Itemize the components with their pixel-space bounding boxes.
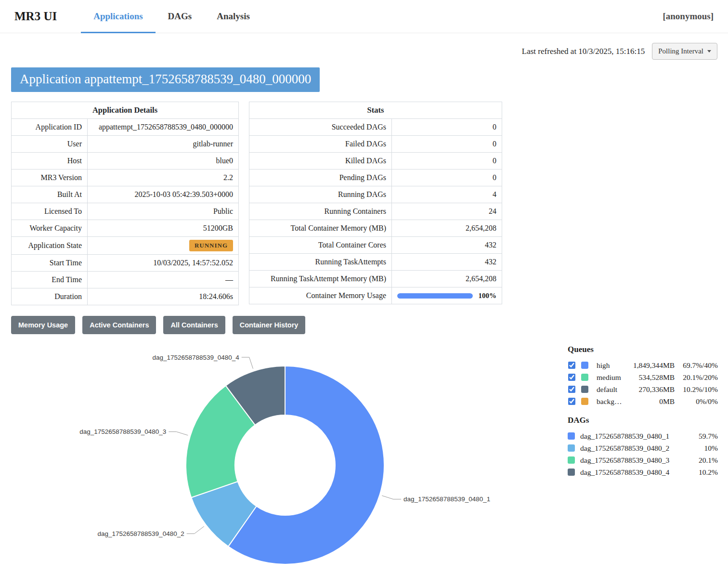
queue-name: high <box>597 361 624 370</box>
nav-tab-applications[interactable]: Applications <box>81 0 155 33</box>
caret-down-icon <box>707 50 711 52</box>
table-row: Application IDappattempt_1752658788539_0… <box>12 119 239 136</box>
table-row: Licensed ToPublic <box>12 203 239 220</box>
dag-color-swatch <box>568 469 575 476</box>
row-label: End Time <box>12 272 88 288</box>
queue-color-swatch <box>581 362 588 369</box>
dag-donut-chart: dag_1752658788539_0480_1dag_175265878853… <box>10 345 539 573</box>
dag-legend-row-dag_1752658788539_0480_4[interactable]: dag_1752658788539_0480_410.2% <box>568 466 718 478</box>
row-label: Running TaskAttempts <box>249 254 392 271</box>
dag-legend-row-dag_1752658788539_0480_3[interactable]: dag_1752658788539_0480_320.1% <box>568 454 718 466</box>
topbar-spacer <box>262 0 663 33</box>
current-user-label: [anonymous] <box>663 0 714 33</box>
table-row: Running TaskAttempts432 <box>249 254 502 271</box>
donut-slice-label: dag_1752658788539_0480_2 <box>97 530 184 537</box>
row-value: 100% <box>392 287 502 304</box>
queue-legend-row-backg: backg…0MB0%/0% <box>568 395 718 407</box>
dags-legend-title: DAGs <box>568 416 718 425</box>
row-value: 18:24.606s <box>88 288 239 305</box>
table-row: Running TaskAttempt Memory (MB)2,654,208 <box>249 271 502 287</box>
row-label: Succeeded DAGs <box>249 119 392 136</box>
polling-interval-label: Polling Interval <box>658 47 703 55</box>
row-label: Host <box>12 153 88 169</box>
row-label: Killed DAGs <box>249 153 392 169</box>
queue-percent: 69.7%/40% <box>675 361 718 370</box>
container-history-button[interactable]: Container History <box>233 316 306 334</box>
nav-tab-dags[interactable]: DAGs <box>156 0 205 33</box>
memory-usage-button[interactable]: Memory Usage <box>11 316 75 334</box>
row-value: 0 <box>392 119 502 136</box>
top-navigation-bar: MR3 UI Applications DAGs Analysis [anony… <box>0 0 728 33</box>
dag-name: dag_1752658788539_0480_1 <box>580 432 699 441</box>
queues-legend-list: high1,849,344MB69.7%/40%medium534,528MB2… <box>568 359 718 407</box>
row-label: User <box>12 136 88 153</box>
queue-name: medium <box>597 373 624 382</box>
queue-checkbox-default[interactable] <box>568 386 575 393</box>
queue-checkbox-medium[interactable] <box>568 374 575 381</box>
donut-slice-label: dag_1752658788539_0480_4 <box>152 354 239 361</box>
nav-tabs: Applications DAGs Analysis <box>81 0 262 33</box>
dag-legend-row-dag_1752658788539_0480_2[interactable]: dag_1752658788539_0480_210% <box>568 442 718 454</box>
row-value: 0 <box>392 153 502 169</box>
table-row: MR3 Version2.2 <box>12 169 239 186</box>
queue-color-swatch <box>581 398 588 405</box>
memory-usage-progress: 100% <box>397 292 496 300</box>
row-value: appattempt_1752658788539_0480_000000 <box>88 119 239 136</box>
queue-checkbox-backg[interactable] <box>568 398 575 405</box>
row-label: Duration <box>12 288 88 305</box>
stats-table: Stats Succeeded DAGs0Failed DAGs0Killed … <box>249 102 502 304</box>
queue-legend-row-medium: medium534,528MB20.1%/20% <box>568 371 718 383</box>
row-label: Container Memory Usage <box>249 287 392 304</box>
polling-interval-button[interactable]: Polling Interval <box>652 43 717 60</box>
table-header-row: Stats <box>249 102 502 119</box>
progress-percent-label: 100% <box>479 292 497 300</box>
queue-checkbox-high[interactable] <box>568 362 575 369</box>
queue-memory: 1,849,344MB <box>624 361 675 370</box>
donut-label-line <box>169 432 188 435</box>
refresh-status-row: Last refreshed at 10/3/2025, 15:16:15 Po… <box>0 33 728 60</box>
row-value: blue0 <box>88 153 239 169</box>
table-row: Running DAGs4 <box>249 186 502 203</box>
table-header-row: Application Details <box>12 102 239 119</box>
row-label: Running TaskAttempt Memory (MB) <box>249 271 392 287</box>
dags-legend-list: dag_1752658788539_0480_159.7%dag_1752658… <box>568 430 718 478</box>
table-row: Worker Capacity51200GB <box>12 220 239 237</box>
dag-legend-row-dag_1752658788539_0480_1[interactable]: dag_1752658788539_0480_159.7% <box>568 430 718 442</box>
queue-percent: 20.1%/20% <box>675 373 718 382</box>
all-containers-button[interactable]: All Containers <box>163 316 225 334</box>
last-refreshed-text: Last refreshed at 10/3/2025, 15:16:15 <box>522 47 645 56</box>
queue-name: backg… <box>597 397 624 406</box>
queue-color-swatch <box>581 386 588 393</box>
nav-tab-analysis[interactable]: Analysis <box>204 0 262 33</box>
table-row: Built At2025-10-03 05:42:39.503+0000 <box>12 186 239 203</box>
table-row: Start Time10/03/2025, 14:57:52.052 <box>12 255 239 272</box>
dag-percent: 59.7% <box>699 432 718 441</box>
queue-memory: 270,336MB <box>624 385 675 394</box>
donut-label-line <box>187 526 204 534</box>
donut-slice-label: dag_1752658788539_0480_3 <box>79 428 166 435</box>
row-value: 0 <box>392 136 502 153</box>
row-label: Licensed To <box>12 203 88 220</box>
row-label: Running DAGs <box>249 186 392 203</box>
progress-track <box>397 293 473 299</box>
table-row: Application StateRUNNING <box>12 237 239 255</box>
row-label: Built At <box>12 186 88 203</box>
table-row: Duration18:24.606s <box>12 288 239 305</box>
row-value: Public <box>88 203 239 220</box>
queue-name: default <box>597 385 624 394</box>
table-row: End Time— <box>12 272 239 288</box>
row-label: Total Container Memory (MB) <box>249 220 392 237</box>
application-state-badge: RUNNING <box>189 240 233 251</box>
row-label: Pending DAGs <box>249 169 392 186</box>
row-value: gitlab-runner <box>88 136 239 153</box>
table-row: Total Container Memory (MB)2,654,208 <box>249 220 502 237</box>
page-title-banner: Application appattempt_1752658788539_048… <box>11 67 728 92</box>
dag-name: dag_1752658788539_0480_2 <box>580 444 704 453</box>
dag-color-swatch <box>568 432 575 440</box>
queue-color-swatch <box>581 374 588 381</box>
row-value: 432 <box>392 254 502 271</box>
donut-label-line <box>382 495 401 499</box>
active-containers-button[interactable]: Active Containers <box>82 316 156 334</box>
queue-memory: 534,528MB <box>624 373 675 382</box>
row-label: Running Containers <box>249 203 392 220</box>
